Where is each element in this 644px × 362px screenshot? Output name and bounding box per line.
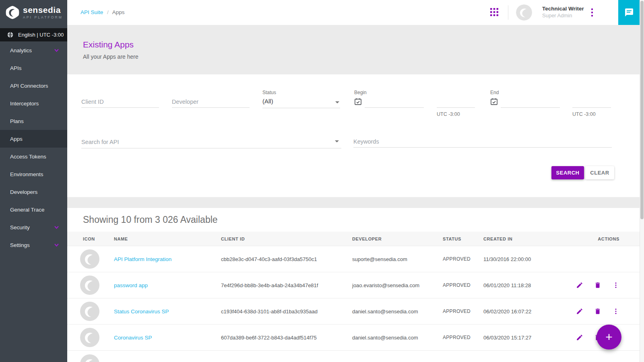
created-in-value: 06/01/2020 11:18:28 xyxy=(483,282,574,288)
breadcrumb: API Suite / Apps xyxy=(80,9,125,15)
sidebar-item-plans[interactable]: Plans xyxy=(0,112,67,130)
user-avatar[interactable] xyxy=(516,4,532,21)
breadcrumb-current: Apps xyxy=(112,9,125,15)
chat-icon xyxy=(624,8,634,17)
begin-calendar-icon[interactable] xyxy=(354,98,362,105)
avatar-logo-icon xyxy=(516,4,532,21)
sidebar-item-environments[interactable]: Environments xyxy=(0,165,67,183)
sidebar-item-general-trace[interactable]: General Trace xyxy=(0,201,67,218)
app-icon xyxy=(80,328,99,347)
developer-value: suporte@sensedia.com xyxy=(352,256,443,262)
chevron-down-icon xyxy=(54,49,59,52)
client-id-value: 7e4f296d-bb8b-3e4b-a4ab-24a34b47e81f xyxy=(221,282,352,288)
sidebar-item-settings[interactable]: Settings xyxy=(0,236,67,254)
sidebar-item-interceptors[interactable]: Interceptors xyxy=(0,95,67,112)
end-utc-caption: UTC -3:00 xyxy=(572,111,596,117)
end-time-input[interactable] xyxy=(572,96,611,108)
delete-icon[interactable] xyxy=(594,282,601,289)
status-badge: APPROVED xyxy=(443,309,483,314)
scrollbar[interactable] xyxy=(640,0,644,362)
column-header-icon: ICON xyxy=(83,237,114,241)
sidebar-item-apis[interactable]: APIs xyxy=(0,59,67,77)
sensedia-logo: sensedia API PLATFORM xyxy=(0,0,67,25)
client-id-input[interactable] xyxy=(81,96,159,108)
column-header-client-id: CLIENT ID xyxy=(221,237,352,241)
user-info[interactable]: Technical Writer Super Admin xyxy=(542,6,584,19)
more-options-icon[interactable] xyxy=(612,308,619,315)
caret-down-icon xyxy=(335,101,339,103)
sensedia-logo-icon xyxy=(5,5,20,20)
table-header: ICON NAME CLIENT ID DEVELOPER STATUS CRE… xyxy=(67,232,640,246)
end-label: End xyxy=(490,90,499,95)
end-date-input[interactable] xyxy=(501,96,560,108)
table-row: Status Coronavirus SP c193f404-638d-3101… xyxy=(67,298,640,325)
add-app-button[interactable]: + xyxy=(597,325,621,350)
app-name-link[interactable]: password app xyxy=(114,282,148,288)
sidebar-item-label: Settings xyxy=(10,242,30,248)
end-calendar-icon[interactable] xyxy=(490,98,498,105)
begin-time-input[interactable] xyxy=(437,96,475,108)
locale-bar[interactable]: English | UTC -3:00 xyxy=(0,28,67,41)
sidebar-item-label: Analytics xyxy=(10,47,32,53)
client-id-value: 607da389-be6f-3722-b843-da4adf514f75 xyxy=(221,335,352,341)
more-options-icon[interactable] xyxy=(612,282,619,289)
sidebar-item-api-connectors[interactable]: API Connectors xyxy=(0,77,67,95)
sidebar-item-security[interactable]: Security xyxy=(0,218,67,236)
sidebar-item-label: Access Tokens xyxy=(10,154,46,160)
keywords-input[interactable] xyxy=(353,136,612,148)
sidebar-item-label: Developers xyxy=(10,189,37,195)
developer-input[interactable] xyxy=(172,96,250,108)
apps-grid-icon[interactable] xyxy=(490,8,498,16)
column-header-developer: DEVELOPER xyxy=(352,237,443,241)
app-name-link[interactable]: Coronavirus SP xyxy=(114,335,152,341)
sidebar-item-label: APIs xyxy=(10,65,22,71)
results-summary: Showing 10 from 3 026 Available xyxy=(83,214,640,225)
scrollbar-thumb[interactable] xyxy=(640,1,644,219)
sidebar-item-access-tokens[interactable]: Access Tokens xyxy=(0,148,67,165)
topbar-divider xyxy=(508,5,508,20)
status-badge: APPROVED xyxy=(443,335,483,340)
clear-button[interactable]: CLEAR xyxy=(585,166,614,179)
user-menu-dots-icon[interactable] xyxy=(589,8,595,17)
sidebar-item-label: Environments xyxy=(10,171,43,177)
table-row xyxy=(67,351,640,362)
begin-label: Begin xyxy=(354,90,367,95)
begin-utc-caption: UTC -3:00 xyxy=(437,111,460,117)
topbar: API Suite / Apps Technical Writer Super … xyxy=(67,0,640,25)
results-section: Showing 10 from 3 026 Available ICON NAM… xyxy=(67,208,640,362)
sidebar-item-label: Apps xyxy=(10,136,23,142)
status-selected-value: (All) xyxy=(262,98,273,105)
created-in-value: 06/03/2020 15:17:27 xyxy=(483,335,574,341)
delete-icon[interactable] xyxy=(594,308,601,315)
sidebar-item-analytics[interactable]: Analytics xyxy=(0,41,67,59)
sidebar-item-developers[interactable]: Developers xyxy=(0,183,67,201)
client-id-value: c193f404-638d-3101-ab8f-d1ba3c935aad xyxy=(221,309,352,315)
begin-date-input[interactable] xyxy=(365,96,424,108)
main-area: API Suite / Apps Technical Writer Super … xyxy=(67,0,640,362)
app-icon xyxy=(80,276,99,295)
chevron-down-icon xyxy=(54,243,59,247)
status-select[interactable]: (All) xyxy=(262,98,340,108)
edit-icon[interactable] xyxy=(576,334,583,341)
sidebar-item-label: General Trace xyxy=(10,207,45,213)
api-select[interactable]: Search for API xyxy=(81,135,341,148)
app-icon xyxy=(80,302,99,321)
user-role: Super Admin xyxy=(542,12,584,19)
created-in-value: 06/02/2020 16:07:22 xyxy=(483,309,574,315)
table-body: API Platform Integration cbb28e3c-d047-4… xyxy=(67,246,640,362)
page-title: Existing Apps xyxy=(83,40,640,49)
locale-label: English | UTC -3:00 xyxy=(18,32,64,38)
brand-tagline: API PLATFORM xyxy=(23,15,63,19)
sidebar: sensedia API PLATFORM English | UTC -3:0… xyxy=(0,0,67,362)
app-name-link[interactable]: Status Coronavirus SP xyxy=(114,309,169,315)
breadcrumb-link-api-suite[interactable]: API Suite xyxy=(80,9,103,15)
app-name-link[interactable]: API Platform Integration xyxy=(114,256,171,262)
sidebar-item-apps[interactable]: Apps xyxy=(0,130,67,148)
developer-value: daniel.santo@sensedia.com xyxy=(352,335,443,341)
chat-button[interactable] xyxy=(618,0,640,25)
api-select-placeholder: Search for API xyxy=(81,139,119,145)
search-button[interactable]: SEARCH xyxy=(551,166,584,179)
edit-icon[interactable] xyxy=(576,308,583,315)
edit-icon[interactable] xyxy=(576,282,583,289)
developer-value: daniel.santo@sensedia.com xyxy=(352,309,443,315)
